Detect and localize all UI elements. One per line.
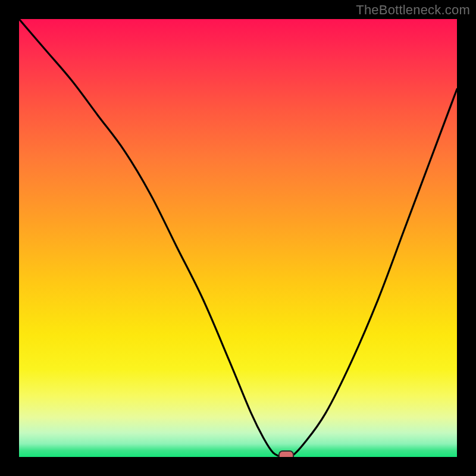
chart-frame: TheBottleneck.com	[0, 0, 476, 476]
watermark-text: TheBottleneck.com	[356, 2, 470, 18]
optimum-marker	[278, 450, 294, 457]
bottleneck-curve	[19, 19, 457, 457]
plot-area	[19, 19, 457, 457]
